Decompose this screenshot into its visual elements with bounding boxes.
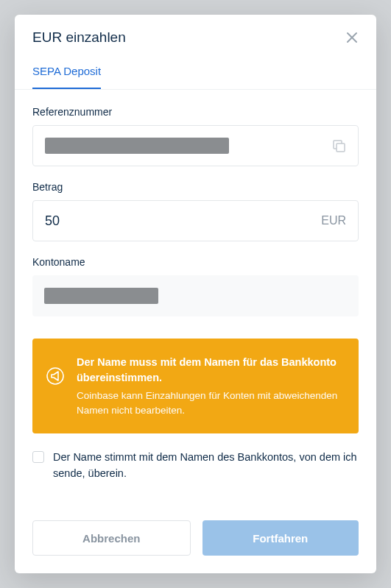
modal-header: EUR einzahlen bbox=[15, 15, 376, 57]
account-value-redacted bbox=[44, 288, 158, 304]
confirm-label: Der Name stimmt mit dem Namen des Bankko… bbox=[53, 450, 359, 482]
cancel-button[interactable]: Abbrechen bbox=[32, 520, 191, 556]
copy-icon[interactable] bbox=[331, 138, 346, 153]
amount-label: Betrag bbox=[32, 181, 359, 193]
tabs: SEPA Deposit bbox=[15, 57, 376, 90]
amount-value: 50 bbox=[45, 213, 60, 229]
reference-value-redacted bbox=[45, 138, 229, 154]
reference-field bbox=[32, 125, 359, 166]
megaphone-icon bbox=[46, 366, 65, 389]
warning-text: Coinbase kann Einzahlungen für Konten mi… bbox=[77, 389, 342, 417]
warning-heading: Der Name muss mit dem Namen für das Bank… bbox=[77, 355, 342, 386]
warning-banner: Der Name muss mit dem Namen für das Bank… bbox=[32, 339, 359, 433]
action-row: Abbrechen Fortfahren bbox=[32, 520, 359, 556]
deposit-modal: EUR einzahlen SEPA Deposit Referenznumme… bbox=[15, 15, 376, 573]
amount-field[interactable]: 50 EUR bbox=[32, 200, 359, 241]
confirm-row: Der Name stimmt mit dem Namen des Bankko… bbox=[32, 450, 359, 482]
account-field bbox=[32, 275, 359, 316]
modal-title: EUR einzahlen bbox=[32, 29, 126, 46]
confirm-checkbox[interactable] bbox=[32, 451, 44, 463]
reference-label: Referenznummer bbox=[32, 106, 359, 118]
amount-currency: EUR bbox=[321, 214, 346, 227]
account-label: Kontoname bbox=[32, 256, 359, 268]
svg-point-4 bbox=[47, 368, 63, 384]
modal-content: Referenznummer Betrag 50 EUR Kontoname D… bbox=[15, 90, 376, 573]
svg-rect-3 bbox=[337, 144, 345, 152]
close-icon[interactable] bbox=[345, 31, 359, 44]
warning-body: Der Name muss mit dem Namen für das Bank… bbox=[77, 355, 342, 417]
continue-button[interactable]: Fortfahren bbox=[202, 520, 359, 556]
tab-sepa-deposit[interactable]: SEPA Deposit bbox=[32, 57, 101, 89]
